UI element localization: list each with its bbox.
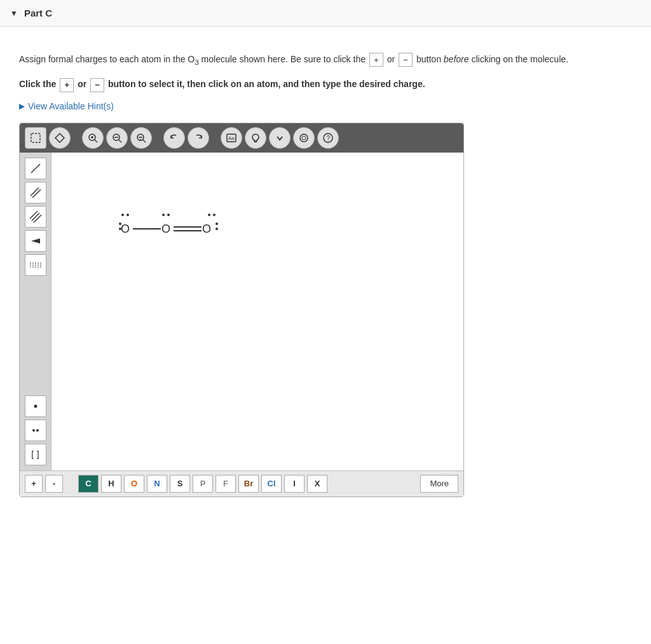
element-F-btn[interactable]: F bbox=[216, 475, 236, 493]
svg-text:O: O bbox=[121, 223, 130, 235]
minus-btn-inline: − bbox=[399, 53, 413, 67]
element-Br-btn[interactable]: Br bbox=[238, 475, 259, 493]
svg-point-46 bbox=[213, 214, 216, 216]
svg-line-7 bbox=[119, 140, 121, 142]
minus-btn-inline2: − bbox=[90, 78, 104, 92]
redo-btn[interactable] bbox=[188, 127, 209, 149]
lone-pair-2-btn[interactable] bbox=[25, 420, 46, 441]
svg-line-24 bbox=[30, 211, 38, 219]
plus-btn-inline: + bbox=[369, 53, 383, 67]
svg-point-17 bbox=[300, 134, 308, 142]
svg-text:Aa: Aa bbox=[228, 135, 235, 141]
element-N-btn[interactable]: N bbox=[147, 475, 167, 493]
molecule-structure: O O O bbox=[115, 210, 255, 248]
lone-pair-1-btn[interactable] bbox=[25, 395, 46, 417]
instructions-line2: Click the + or − button to select it, th… bbox=[19, 77, 632, 92]
element-S-btn[interactable]: S bbox=[170, 475, 190, 493]
part-title: Part C bbox=[24, 8, 52, 18]
svg-line-26 bbox=[34, 215, 41, 223]
editor-main: [] O O bbox=[20, 153, 463, 470]
element-P-btn[interactable]: P bbox=[193, 475, 213, 493]
svg-point-45 bbox=[208, 214, 210, 216]
single-bond-btn[interactable] bbox=[25, 158, 46, 179]
plus-btn-inline2: + bbox=[60, 78, 74, 92]
molecule-name: O bbox=[188, 54, 195, 64]
svg-point-49 bbox=[162, 214, 165, 216]
select-tool-btn[interactable] bbox=[25, 127, 46, 149]
template-btn[interactable]: Aa bbox=[221, 127, 242, 149]
svg-line-10 bbox=[143, 140, 146, 142]
svg-line-23 bbox=[32, 189, 41, 198]
hint-label: View Available Hint(s) bbox=[28, 101, 114, 111]
svg-point-48 bbox=[216, 228, 218, 230]
svg-point-47 bbox=[216, 223, 218, 225]
left-tools-panel: [] bbox=[20, 153, 51, 470]
double-bond-btn[interactable] bbox=[25, 182, 46, 203]
svg-text:[]: [] bbox=[30, 449, 41, 460]
svg-text:O: O bbox=[202, 223, 211, 235]
charge-minus-btn[interactable]: - bbox=[45, 475, 63, 493]
zoom-in-btn[interactable] bbox=[82, 127, 104, 149]
zoom-out-btn[interactable] bbox=[130, 127, 152, 149]
search-btn[interactable] bbox=[293, 127, 315, 149]
element-H-btn[interactable]: H bbox=[101, 475, 121, 493]
svg-line-21 bbox=[31, 164, 40, 173]
charge-plus-btn[interactable]: + bbox=[25, 475, 43, 493]
editor-toolbar: Aa bbox=[20, 123, 463, 153]
instructions-line1: Assign formal charges to each atom in th… bbox=[19, 52, 632, 68]
svg-marker-1 bbox=[55, 134, 64, 142]
chevron-down-btn[interactable] bbox=[269, 127, 291, 149]
collapse-arrow[interactable]: ▼ bbox=[10, 9, 18, 18]
svg-marker-27 bbox=[31, 238, 40, 243]
part-header: ▼ Part C bbox=[0, 0, 651, 27]
element-C-btn[interactable]: C bbox=[78, 475, 99, 493]
element-O-btn[interactable]: O bbox=[124, 475, 144, 493]
dash-bond-btn[interactable] bbox=[25, 254, 46, 276]
svg-point-35 bbox=[121, 214, 124, 216]
element-X-btn[interactable]: X bbox=[307, 475, 327, 493]
hint-arrow: ▶ bbox=[19, 102, 25, 111]
svg-point-33 bbox=[36, 429, 39, 432]
molecule-editor: Aa bbox=[19, 123, 464, 497]
element-Cl-btn[interactable]: Cl bbox=[261, 475, 282, 493]
svg-point-31 bbox=[34, 404, 37, 408]
svg-point-18 bbox=[302, 136, 306, 140]
triple-bond-btn[interactable] bbox=[25, 206, 46, 228]
bottom-toolbar: + - C H O N S P F Br Cl I X More bbox=[20, 470, 463, 497]
wedge-bond-btn[interactable] bbox=[25, 230, 46, 252]
svg-text:O: O bbox=[161, 223, 170, 235]
element-I-btn[interactable]: I bbox=[284, 475, 305, 493]
svg-line-25 bbox=[32, 213, 39, 221]
zoom-reset-btn[interactable] bbox=[106, 127, 128, 149]
svg-point-32 bbox=[32, 429, 35, 432]
molecule-canvas[interactable]: O O O bbox=[51, 153, 463, 470]
svg-line-3 bbox=[95, 140, 97, 142]
help-btn[interactable]: ? bbox=[317, 127, 339, 149]
svg-point-50 bbox=[167, 214, 170, 216]
svg-text:?: ? bbox=[327, 135, 331, 142]
erase-tool-btn[interactable] bbox=[49, 127, 71, 149]
brackets-btn[interactable]: [] bbox=[25, 444, 46, 465]
svg-rect-0 bbox=[31, 134, 40, 142]
hint-link[interactable]: ▶ View Available Hint(s) bbox=[19, 101, 632, 111]
svg-point-36 bbox=[127, 214, 129, 216]
undo-btn[interactable] bbox=[163, 127, 185, 149]
svg-line-22 bbox=[31, 188, 39, 196]
lightbulb-btn[interactable] bbox=[245, 127, 266, 149]
more-btn[interactable]: More bbox=[420, 475, 458, 493]
